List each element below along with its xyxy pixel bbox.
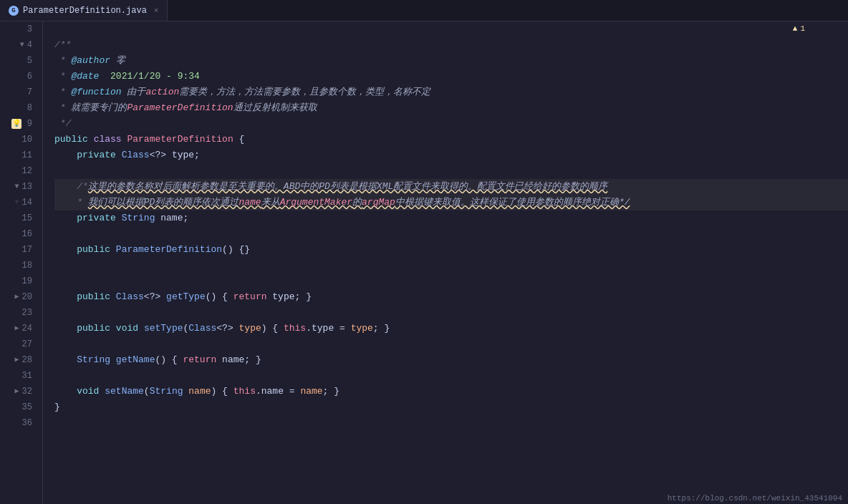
gutter-line-9: 💡 9 (0, 116, 37, 132)
generic-20: <?> (144, 289, 160, 305)
sp-24b (138, 321, 144, 336)
semi-28: ; } (244, 352, 261, 368)
code-line-6: * @date 2021/1/20 - 9:34 (54, 69, 848, 84)
comment-date-tag: @date (71, 69, 99, 84)
gutter-line-16: 16 (0, 226, 37, 242)
gutter-line-28[interactable]: ▶ 28 (0, 352, 37, 368)
tab-close-button[interactable]: × (154, 6, 159, 15)
comment-author-tag: @author (71, 53, 110, 69)
line-num-18: 18 (22, 258, 32, 273)
comment-star-8: * (54, 100, 71, 116)
gutter-line-3: 3 (0, 21, 37, 37)
sp2 (122, 132, 127, 147)
semi-11: ; (194, 147, 200, 163)
fold-arrow-32[interactable]: ▶ (15, 384, 19, 399)
comment-open: /** (54, 37, 71, 53)
code-line-23 (54, 305, 848, 321)
line-num-31: 31 (22, 368, 32, 384)
line-num-28: 28 (22, 352, 32, 368)
line-num-35: 35 (22, 399, 32, 415)
line-num-3: 3 (27, 21, 32, 37)
gutter-line-23: 23 (0, 305, 37, 321)
status-bar: https://blog.csdn.net/weixin_43541094 (662, 493, 848, 504)
paren-24: ( (183, 321, 188, 336)
editor-area: ▲ 1 3 ▼ 4 5 6 7 8 💡 9 (0, 21, 848, 504)
gutter-line-20[interactable]: ▶ 20 (0, 289, 37, 305)
line-num-7: 7 (27, 84, 32, 100)
sp-28 (110, 352, 116, 368)
var-name-28: name (216, 352, 244, 368)
gutter-line-24[interactable]: ▶ 24 (0, 321, 37, 336)
code-content[interactable]: /** * @author 零 * @date 2021/1/20 - 9:34… (43, 21, 848, 504)
semi-20: ; } (295, 289, 312, 305)
param-type-24b: type (351, 321, 373, 336)
gutter-line-4[interactable]: ▼ 4 (0, 37, 37, 53)
gutter-line-19: 19 (0, 273, 37, 289)
code-line-14: * 我们可以根据PD列表的顺序依次通过name来从ArgumentMaker的a… (54, 195, 848, 210)
semi-32: ; } (323, 384, 339, 399)
gutter-line-10: 10 (0, 132, 37, 147)
line-num-36: 36 (22, 415, 32, 431)
fold-arrow-24[interactable]: ▶ (15, 321, 19, 336)
gutter-line-35: 35 (0, 399, 37, 415)
tab-parameter-definition[interactable]: G ParameterDefinition.java × (0, 0, 168, 21)
comment-8-cn2: 通过反射机制来获取 (233, 100, 317, 116)
sp-15b (155, 210, 160, 226)
sp4 (166, 147, 172, 163)
gutter-line-32[interactable]: ▶ 32 (0, 384, 37, 399)
paren-20: () { (206, 289, 233, 305)
fn-settype: setType (144, 321, 183, 336)
fold-arrow-13[interactable]: ▼ (15, 179, 19, 195)
comment-star-6: * (54, 69, 71, 84)
sp-17 (110, 242, 116, 258)
eq-24: = (334, 321, 350, 336)
paren-32: ( (144, 384, 150, 399)
var-name-32: name (261, 384, 284, 399)
line-num-20: 20 (22, 289, 32, 305)
comment-14-cn2: 来从 (261, 195, 280, 210)
close-paren-32: ) { (211, 384, 233, 399)
kw-void-32: void (77, 384, 99, 399)
comment-8-cn1: 就需要专门的 (71, 100, 127, 116)
sp-20b (160, 289, 166, 305)
code-line-11: private Class<?> type; (54, 147, 848, 163)
comment-14-em1: name (238, 195, 261, 210)
var-type-24: type (312, 321, 334, 336)
gutter-line-15: 15 (0, 210, 37, 226)
comment-14-cn4: 中根据键来取值。这样保证了使用参数的顺序绝对正确*/ (395, 195, 630, 210)
param-name-32b: name (300, 384, 322, 399)
kw-public-10: public (54, 132, 88, 147)
code-line-8: * 就需要专门的ParameterDefinition通过反射机制来获取 (54, 100, 848, 116)
line-num-6: 6 (27, 69, 32, 84)
line-num-13: 13 (22, 179, 32, 195)
fold-arrow-4[interactable]: ▼ (20, 37, 24, 53)
tab-bar: G ParameterDefinition.java × (0, 0, 848, 21)
indent-17 (54, 242, 77, 258)
comment-13-cn (54, 179, 77, 195)
code-line-32: void setName(String name) { this.name = … (54, 384, 848, 399)
kw-private-11: private (77, 147, 116, 163)
indent-20 (54, 289, 77, 305)
type-class-20: Class (116, 289, 144, 305)
comment-close: */ (54, 116, 71, 132)
warning-badge-area: ▲ 1 (793, 24, 805, 33)
generic-24: <?> (216, 321, 233, 336)
kw-return-28: return (183, 352, 216, 368)
line-num-32: 32 (22, 384, 32, 399)
gutter-line-13[interactable]: ▼ 13 (0, 179, 37, 195)
warning-count: 1 (800, 24, 805, 33)
fold-arrow-28[interactable]: ▶ (15, 352, 19, 368)
gutter-line-27: 27 (0, 336, 37, 352)
line-num-11: 11 (22, 147, 32, 163)
comment-fn-cn1: 需要类，方法，方法需要参数，且参数个数，类型，名称不定 (179, 84, 430, 100)
line-number-gutter: 3 ▼ 4 5 6 7 8 💡 9 10 (0, 21, 43, 504)
gutter-line-7: 7 (0, 84, 37, 100)
semi-15: ; (183, 210, 188, 226)
fold-arrow-20[interactable]: ▶ (15, 289, 19, 305)
indent-11 (54, 147, 77, 163)
lightbulb-icon-9[interactable]: 💡 (11, 119, 21, 129)
line-num-17: 17 (22, 242, 32, 258)
tab-file-icon: G (9, 6, 19, 16)
kw-public-24: public (77, 321, 110, 336)
gutter-line-18: 18 (0, 258, 37, 273)
